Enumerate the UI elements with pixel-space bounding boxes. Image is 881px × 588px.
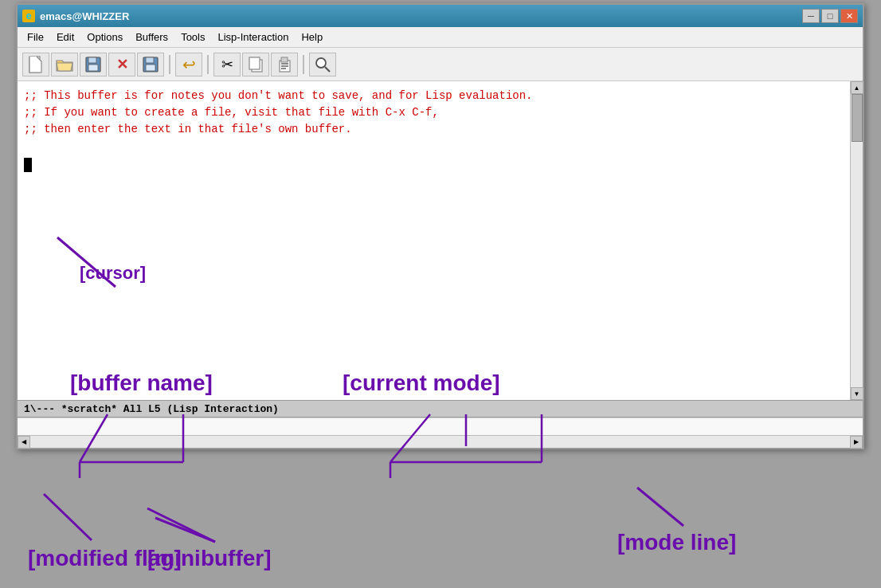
save-file-button[interactable] bbox=[80, 53, 107, 76]
toolbar: ✕ ↩ ✂ bbox=[18, 48, 863, 81]
window-title: emacs@WHIZZER bbox=[40, 10, 129, 22]
svg-line-27 bbox=[147, 508, 215, 542]
svg-rect-11 bbox=[281, 63, 288, 65]
scroll-down-button[interactable]: ▼ bbox=[851, 387, 863, 400]
cursor bbox=[24, 158, 32, 172]
save-as-button[interactable] bbox=[137, 53, 164, 76]
undo-button[interactable]: ↩ bbox=[175, 53, 202, 76]
h-scroll-track[interactable] bbox=[30, 436, 850, 448]
mode-line: 1\--- *scratch* All L5 (Lisp Interaction… bbox=[18, 400, 863, 417]
toolbar-separator-2 bbox=[207, 55, 209, 74]
mode-line-annotation: [mode line] bbox=[617, 530, 736, 555]
paste-button[interactable] bbox=[271, 53, 298, 76]
editor-line-4 bbox=[24, 138, 844, 155]
cut-button[interactable]: ✂ bbox=[213, 53, 241, 76]
new-file-button[interactable] bbox=[22, 53, 49, 76]
svg-line-28 bbox=[155, 518, 215, 542]
svg-point-14 bbox=[316, 58, 326, 68]
svg-rect-10 bbox=[281, 57, 288, 62]
svg-line-29 bbox=[637, 488, 683, 526]
scroll-up-button[interactable]: ▲ bbox=[851, 81, 863, 94]
minimize-button[interactable]: ─ bbox=[802, 9, 820, 23]
kill-buffer-button[interactable]: ✕ bbox=[108, 53, 135, 76]
toolbar-separator-1 bbox=[169, 55, 170, 74]
close-button[interactable]: ✕ bbox=[840, 9, 858, 23]
search-button[interactable] bbox=[309, 53, 336, 76]
editor-line-2: ;; If you want to create a file, visit t… bbox=[24, 104, 844, 121]
svg-rect-13 bbox=[281, 68, 286, 69]
svg-line-15 bbox=[325, 67, 330, 72]
editor-line-3: ;; then enter the text in that file's ow… bbox=[24, 121, 844, 138]
horizontal-scrollbar[interactable]: ◀ ▶ bbox=[18, 435, 863, 448]
menu-tools[interactable]: Tools bbox=[174, 29, 211, 45]
menu-edit[interactable]: Edit bbox=[50, 29, 80, 45]
emacs-window: e emacs@WHIZZER ─ □ ✕ File Edit Options … bbox=[16, 3, 864, 449]
menu-options[interactable]: Options bbox=[80, 29, 129, 45]
title-bar-left: e emacs@WHIZZER bbox=[22, 10, 129, 22]
menu-file[interactable]: File bbox=[21, 29, 50, 45]
title-bar: e emacs@WHIZZER ─ □ ✕ bbox=[18, 5, 863, 27]
svg-rect-6 bbox=[146, 65, 155, 71]
svg-line-26 bbox=[44, 494, 92, 540]
editor-area[interactable]: ;; This buffer is for notes you don't wa… bbox=[18, 81, 863, 400]
svg-rect-12 bbox=[281, 65, 288, 67]
h-scroll-left-button[interactable]: ◀ bbox=[18, 436, 30, 449]
mode-line-text: 1\--- *scratch* All L5 (Lisp Interaction… bbox=[24, 403, 279, 415]
vertical-scrollbar[interactable]: ▲ ▼ bbox=[850, 81, 863, 400]
open-file-button[interactable] bbox=[51, 53, 78, 76]
svg-rect-3 bbox=[88, 65, 98, 71]
copy-button[interactable] bbox=[242, 53, 269, 76]
menu-buffers[interactable]: Buffers bbox=[129, 29, 174, 45]
minibuffer[interactable] bbox=[18, 417, 863, 435]
h-scroll-right-button[interactable]: ▶ bbox=[850, 436, 863, 449]
editor-buffer[interactable]: ;; This buffer is for notes you don't wa… bbox=[18, 81, 850, 400]
scroll-track[interactable] bbox=[851, 94, 863, 387]
svg-rect-8 bbox=[249, 57, 260, 69]
menu-bar: File Edit Options Buffers Tools Lisp-Int… bbox=[18, 27, 863, 48]
app-icon: e bbox=[22, 10, 35, 22]
cursor-line bbox=[24, 158, 844, 172]
svg-rect-2 bbox=[88, 57, 96, 63]
window-controls: ─ □ ✕ bbox=[802, 9, 858, 23]
scroll-thumb[interactable] bbox=[852, 94, 863, 142]
toolbar-separator-3 bbox=[303, 55, 304, 74]
modified-flag-annotation: [modified flag] bbox=[28, 546, 182, 571]
menu-help[interactable]: Help bbox=[295, 29, 329, 45]
menu-lisp-interaction[interactable]: Lisp-Interaction bbox=[211, 29, 295, 45]
maximize-button[interactable]: □ bbox=[821, 9, 839, 23]
minibuffer-annotation: [minibuffer] bbox=[147, 546, 272, 571]
svg-rect-5 bbox=[146, 57, 154, 63]
editor-line-1: ;; This buffer is for notes you don't wa… bbox=[24, 88, 844, 104]
